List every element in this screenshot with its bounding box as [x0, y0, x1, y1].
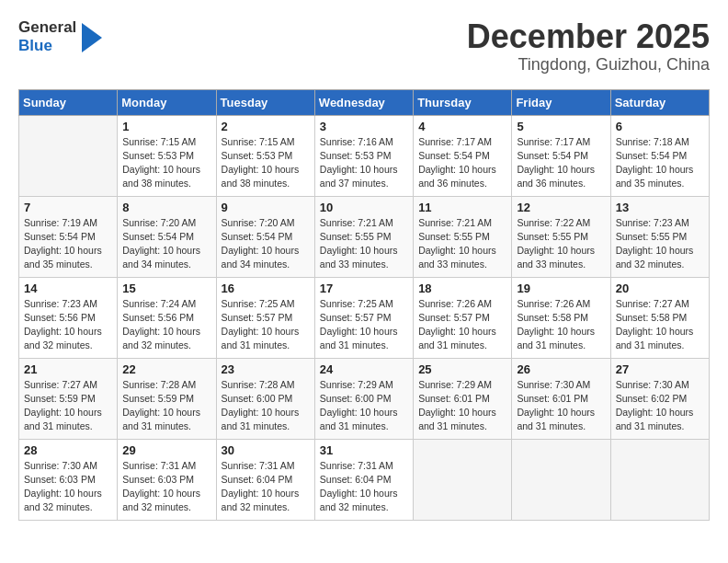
- day-info: Sunrise: 7:31 AM Sunset: 6:03 PM Dayligh…: [122, 459, 210, 515]
- day-info: Sunrise: 7:31 AM Sunset: 6:04 PM Dayligh…: [222, 459, 310, 515]
- calendar-cell: 3Sunrise: 7:16 AM Sunset: 5:53 PM Daylig…: [314, 115, 413, 196]
- calendar-subtitle: Tingdong, Guizhou, China: [467, 55, 710, 75]
- day-number: 7: [24, 201, 112, 214]
- day-info: Sunrise: 7:28 AM Sunset: 5:59 PM Dayligh…: [122, 378, 210, 434]
- day-info: Sunrise: 7:16 AM Sunset: 5:53 PM Dayligh…: [320, 135, 408, 191]
- day-number: 12: [517, 201, 605, 214]
- calendar-week-2: 7Sunrise: 7:19 AM Sunset: 5:54 PM Daylig…: [19, 196, 710, 277]
- day-number: 28: [24, 443, 112, 457]
- day-info: Sunrise: 7:25 AM Sunset: 5:57 PM Dayligh…: [320, 297, 408, 353]
- day-info: Sunrise: 7:15 AM Sunset: 5:53 PM Dayligh…: [122, 135, 210, 191]
- calendar-cell: 21Sunrise: 7:27 AM Sunset: 5:59 PM Dayli…: [19, 358, 118, 439]
- calendar-cell: 7Sunrise: 7:19 AM Sunset: 5:54 PM Daylig…: [19, 196, 118, 277]
- day-info: Sunrise: 7:29 AM Sunset: 6:00 PM Dayligh…: [320, 378, 408, 434]
- day-number: 18: [418, 282, 506, 295]
- logo-line2: Blue: [18, 37, 76, 55]
- day-info: Sunrise: 7:24 AM Sunset: 5:56 PM Dayligh…: [122, 297, 210, 353]
- calendar-cell: 28Sunrise: 7:30 AM Sunset: 6:03 PM Dayli…: [19, 439, 118, 520]
- day-number: 11: [418, 201, 506, 214]
- calendar-cell: 31Sunrise: 7:31 AM Sunset: 6:04 PM Dayli…: [314, 439, 413, 520]
- calendar-cell: 29Sunrise: 7:31 AM Sunset: 6:03 PM Dayli…: [118, 439, 216, 520]
- day-number: 13: [616, 201, 704, 214]
- page-header: General Blue December 2025 Tingdong, Gui…: [18, 18, 710, 75]
- calendar-cell: 30Sunrise: 7:31 AM Sunset: 6:04 PM Dayli…: [216, 439, 314, 520]
- calendar-title: December 2025: [467, 18, 710, 55]
- calendar-cell: 14Sunrise: 7:23 AM Sunset: 5:56 PM Dayli…: [19, 277, 118, 358]
- day-number: 5: [517, 120, 605, 133]
- day-info: Sunrise: 7:20 AM Sunset: 5:54 PM Dayligh…: [122, 216, 210, 272]
- calendar-cell: 26Sunrise: 7:30 AM Sunset: 6:01 PM Dayli…: [512, 358, 610, 439]
- day-info: Sunrise: 7:15 AM Sunset: 5:53 PM Dayligh…: [222, 135, 310, 191]
- day-info: Sunrise: 7:23 AM Sunset: 5:56 PM Dayligh…: [24, 297, 112, 353]
- day-info: Sunrise: 7:22 AM Sunset: 5:55 PM Dayligh…: [517, 216, 605, 272]
- day-number: 9: [222, 201, 310, 214]
- day-number: 24: [320, 362, 408, 376]
- calendar-cell: 8Sunrise: 7:20 AM Sunset: 5:54 PM Daylig…: [118, 196, 216, 277]
- weekday-header-row: SundayMondayTuesdayWednesdayThursdayFrid…: [19, 89, 710, 115]
- day-number: 4: [418, 120, 506, 133]
- day-number: 17: [320, 282, 408, 295]
- weekday-header-sunday: Sunday: [19, 89, 118, 115]
- day-number: 22: [122, 362, 210, 376]
- calendar-table: SundayMondayTuesdayWednesdayThursdayFrid…: [18, 89, 710, 521]
- weekday-header-monday: Monday: [118, 89, 216, 115]
- day-number: 31: [320, 443, 408, 457]
- title-block: December 2025 Tingdong, Guizhou, China: [467, 18, 710, 75]
- day-info: Sunrise: 7:21 AM Sunset: 5:55 PM Dayligh…: [418, 216, 506, 272]
- day-number: 21: [24, 362, 112, 376]
- day-number: 6: [616, 120, 704, 133]
- calendar-cell: 1Sunrise: 7:15 AM Sunset: 5:53 PM Daylig…: [118, 115, 216, 196]
- day-info: Sunrise: 7:26 AM Sunset: 5:57 PM Dayligh…: [418, 297, 506, 353]
- calendar-week-4: 21Sunrise: 7:27 AM Sunset: 5:59 PM Dayli…: [19, 358, 710, 439]
- calendar-week-1: 1Sunrise: 7:15 AM Sunset: 5:53 PM Daylig…: [19, 115, 710, 196]
- calendar-cell: 17Sunrise: 7:25 AM Sunset: 5:57 PM Dayli…: [314, 277, 413, 358]
- day-info: Sunrise: 7:27 AM Sunset: 5:58 PM Dayligh…: [616, 297, 704, 353]
- day-number: 8: [122, 201, 210, 214]
- logo: General Blue: [18, 18, 102, 54]
- day-number: 30: [222, 443, 310, 457]
- calendar-week-5: 28Sunrise: 7:30 AM Sunset: 6:03 PM Dayli…: [19, 439, 710, 520]
- calendar-cell: [610, 439, 709, 520]
- day-number: 23: [222, 362, 310, 376]
- calendar-cell: 22Sunrise: 7:28 AM Sunset: 5:59 PM Dayli…: [118, 358, 216, 439]
- calendar-cell: 25Sunrise: 7:29 AM Sunset: 6:01 PM Dayli…: [414, 358, 512, 439]
- day-number: 26: [517, 362, 605, 376]
- calendar-cell: 5Sunrise: 7:17 AM Sunset: 5:54 PM Daylig…: [512, 115, 610, 196]
- calendar-cell: 6Sunrise: 7:18 AM Sunset: 5:54 PM Daylig…: [610, 115, 709, 196]
- day-number: 2: [222, 120, 310, 133]
- day-info: Sunrise: 7:26 AM Sunset: 5:58 PM Dayligh…: [517, 297, 605, 353]
- calendar-cell: 19Sunrise: 7:26 AM Sunset: 5:58 PM Dayli…: [512, 277, 610, 358]
- day-info: Sunrise: 7:28 AM Sunset: 6:00 PM Dayligh…: [222, 378, 310, 434]
- day-info: Sunrise: 7:30 AM Sunset: 6:03 PM Dayligh…: [24, 459, 112, 515]
- day-number: 27: [616, 362, 704, 376]
- day-number: 20: [616, 282, 704, 295]
- logo-line1: General: [18, 18, 76, 37]
- calendar-cell: 10Sunrise: 7:21 AM Sunset: 5:55 PM Dayli…: [314, 196, 413, 277]
- calendar-cell: 12Sunrise: 7:22 AM Sunset: 5:55 PM Dayli…: [512, 196, 610, 277]
- day-info: Sunrise: 7:29 AM Sunset: 6:01 PM Dayligh…: [418, 378, 506, 434]
- day-info: Sunrise: 7:17 AM Sunset: 5:54 PM Dayligh…: [517, 135, 605, 191]
- calendar-cell: 13Sunrise: 7:23 AM Sunset: 5:55 PM Dayli…: [610, 196, 709, 277]
- calendar-cell: [19, 115, 118, 196]
- calendar-cell: 4Sunrise: 7:17 AM Sunset: 5:54 PM Daylig…: [414, 115, 512, 196]
- calendar-cell: 20Sunrise: 7:27 AM Sunset: 5:58 PM Dayli…: [610, 277, 709, 358]
- calendar-week-3: 14Sunrise: 7:23 AM Sunset: 5:56 PM Dayli…: [19, 277, 710, 358]
- day-info: Sunrise: 7:21 AM Sunset: 5:55 PM Dayligh…: [320, 216, 408, 272]
- weekday-header-wednesday: Wednesday: [314, 89, 413, 115]
- calendar-cell: 9Sunrise: 7:20 AM Sunset: 5:54 PM Daylig…: [216, 196, 314, 277]
- day-info: Sunrise: 7:17 AM Sunset: 5:54 PM Dayligh…: [418, 135, 506, 191]
- calendar-cell: [414, 439, 512, 520]
- calendar-cell: 24Sunrise: 7:29 AM Sunset: 6:00 PM Dayli…: [314, 358, 413, 439]
- weekday-header-saturday: Saturday: [610, 89, 709, 115]
- weekday-header-tuesday: Tuesday: [216, 89, 314, 115]
- calendar-cell: 16Sunrise: 7:25 AM Sunset: 5:57 PM Dayli…: [216, 277, 314, 358]
- weekday-header-friday: Friday: [512, 89, 610, 115]
- day-number: 15: [122, 282, 210, 295]
- day-info: Sunrise: 7:27 AM Sunset: 5:59 PM Dayligh…: [24, 378, 112, 434]
- day-info: Sunrise: 7:20 AM Sunset: 5:54 PM Dayligh…: [222, 216, 310, 272]
- day-number: 16: [222, 282, 310, 295]
- day-info: Sunrise: 7:18 AM Sunset: 5:54 PM Dayligh…: [616, 135, 704, 191]
- day-number: 14: [24, 282, 112, 295]
- calendar-cell: 15Sunrise: 7:24 AM Sunset: 5:56 PM Dayli…: [118, 277, 216, 358]
- day-number: 10: [320, 201, 408, 214]
